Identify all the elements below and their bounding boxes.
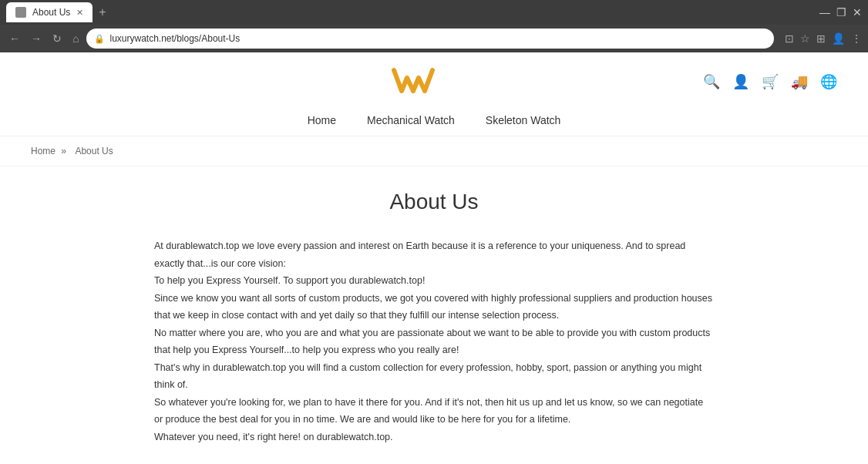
website-content: 🔍 👤 🛒 🚚 🌐 Home Mechanical Watch Skeleton… <box>0 52 868 464</box>
tab-favicon <box>15 7 26 18</box>
delivery-icon[interactable]: 🚚 <box>791 73 808 90</box>
breadcrumb: Home » About Us <box>0 136 868 166</box>
header-icons: 🔍 👤 🛒 🚚 🌐 <box>703 73 837 90</box>
window-controls: — ❐ ✕ <box>819 6 862 18</box>
nav-home[interactable]: Home <box>308 114 336 126</box>
cart-icon[interactable]: 🛒 <box>762 73 779 90</box>
about-text-line: No matter where you are, who you are and… <box>154 324 714 359</box>
refresh-button[interactable]: ↻ <box>49 31 65 46</box>
browser-title-bar: About Us ✕ + — ❐ ✕ <box>0 0 868 25</box>
back-button[interactable]: ← <box>6 31 23 46</box>
breadcrumb-separator: » <box>61 146 66 156</box>
breadcrumb-home[interactable]: Home <box>31 146 56 156</box>
bookmark-icon[interactable]: ☆ <box>800 32 810 45</box>
browser-tab[interactable]: About Us ✕ <box>6 2 93 22</box>
cast-icon[interactable]: ⊡ <box>785 32 794 45</box>
address-bar[interactable]: 🔒 luxurywatch.net/blogs/About-Us <box>86 29 774 49</box>
new-tab-button[interactable]: + <box>99 5 106 19</box>
main-nav: Home Mechanical Watch Skeleton Watch <box>31 106 837 136</box>
extensions-icon[interactable]: ⊞ <box>816 32 826 45</box>
header-top: 🔍 👤 🛒 🚚 🌐 <box>31 52 837 106</box>
nav-skeleton-watch[interactable]: Skeleton Watch <box>486 114 561 126</box>
about-text-line: That's why in durablewatch.top you will … <box>154 359 714 394</box>
tab-title: About Us <box>32 7 70 18</box>
site-logo[interactable] <box>390 64 436 99</box>
language-icon[interactable]: 🌐 <box>820 73 837 90</box>
about-text-line: Since we know you want all sorts of cust… <box>154 290 714 324</box>
about-text-line: Whatever you need, it's right here! on d… <box>154 429 714 446</box>
about-text-line: So whatever you're looking for, we plan … <box>154 394 714 429</box>
restore-button[interactable]: ❐ <box>836 6 846 18</box>
more-icon[interactable]: ⋮ <box>851 32 862 45</box>
about-text: At durablewatch.top we love every passio… <box>154 237 714 446</box>
close-button[interactable]: ✕ <box>853 6 862 18</box>
breadcrumb-current: About Us <box>75 146 113 156</box>
about-text-line: At durablewatch.top we love every passio… <box>154 237 714 272</box>
minimize-button[interactable]: — <box>819 6 830 18</box>
account-icon[interactable]: 👤 <box>732 73 749 90</box>
main-content: About Us At durablewatch.top we love eve… <box>0 166 868 464</box>
url-text: luxurywatch.net/blogs/About-Us <box>109 33 240 44</box>
site-header: 🔍 👤 🛒 🚚 🌐 Home Mechanical Watch Skeleton… <box>0 52 868 136</box>
browser-chrome: About Us ✕ + — ❐ ✕ ← → ↻ ⌂ 🔒 luxurywatch… <box>0 0 868 52</box>
forward-button[interactable]: → <box>28 31 45 46</box>
page-title: About Us <box>154 190 714 214</box>
search-icon[interactable]: 🔍 <box>703 73 720 90</box>
nav-mechanical-watch[interactable]: Mechanical Watch <box>367 114 455 126</box>
browser-nav-bar: ← → ↻ ⌂ 🔒 luxurywatch.net/blogs/About-Us… <box>0 25 868 52</box>
lock-icon: 🔒 <box>94 34 105 44</box>
browser-action-icons: ⊡ ☆ ⊞ 👤 ⋮ <box>785 32 862 45</box>
profile-icon[interactable]: 👤 <box>832 32 845 45</box>
home-button[interactable]: ⌂ <box>69 31 82 46</box>
logo-area <box>123 64 703 99</box>
about-text-line: To help you Express Yourself. To support… <box>154 272 714 290</box>
tab-close-button[interactable]: ✕ <box>76 8 83 18</box>
